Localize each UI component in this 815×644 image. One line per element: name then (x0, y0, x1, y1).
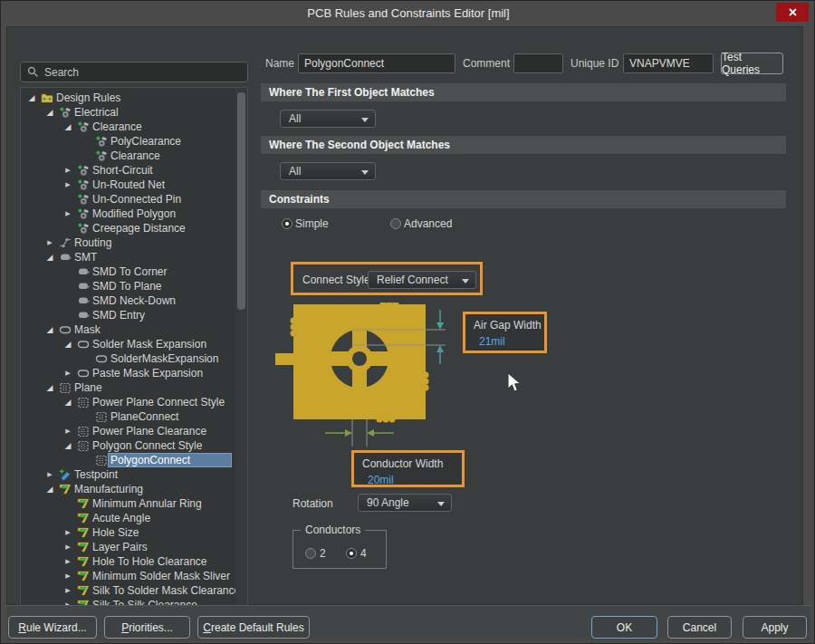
tree-item-label: Mask (74, 322, 101, 337)
tree-item[interactable]: ◢Plane (21, 380, 248, 395)
collapse-icon[interactable]: ◢ (44, 482, 55, 496)
tree-item[interactable]: Clearance (21, 149, 248, 163)
tree-item[interactable]: ◢Electrical (21, 105, 248, 120)
dialog-content: Search ◢Design Rules◢Electrical◢Clearanc… (6, 26, 803, 605)
expand-icon[interactable]: ▶ (62, 554, 73, 569)
comment-field[interactable] (513, 53, 563, 73)
expand-icon[interactable]: ▶ (62, 207, 73, 221)
expand-icon[interactable]: ▶ (62, 569, 73, 583)
relief-connect-preview (272, 303, 453, 453)
conductor-width-label: Conductor Width (362, 457, 443, 470)
chevron-down-icon (361, 170, 369, 175)
tree-item-label: Routing (74, 235, 111, 250)
rule-wizard-button[interactable]: Rule Wizard... (8, 616, 97, 639)
connect-style-select[interactable]: Relief Connect (368, 271, 476, 289)
create-default-rules-button[interactable]: Create Default Rules (197, 616, 310, 639)
unique-id-field[interactable]: VNAPVMVE (623, 53, 714, 73)
ok-button[interactable]: OK (591, 616, 657, 639)
mask-icon (77, 367, 90, 380)
tree-item[interactable]: SolderMaskExpansion (21, 351, 248, 366)
close-button[interactable] (776, 3, 809, 22)
tree-item[interactable]: ◢SMT (21, 250, 248, 264)
collapse-icon[interactable]: ◢ (26, 91, 37, 105)
tree-item[interactable]: Minimum Annular Ring (21, 496, 248, 511)
tree-item-label: Clearance (110, 149, 160, 163)
air-gap-width-value[interactable]: 21mil (479, 335, 505, 348)
tree-item[interactable]: Un-Connected Pin (21, 192, 248, 207)
collapse-icon[interactable]: ◢ (62, 337, 73, 351)
tree-item[interactable]: ▶Routing (21, 235, 248, 250)
footer-bar: Rule Wizard... Priorities... Create Defa… (6, 605, 810, 640)
tree-item[interactable]: ▶Paste Mask Expansion (21, 366, 248, 380)
chevron-down-icon (361, 118, 369, 122)
second-object-match-select[interactable]: All (280, 162, 376, 180)
pcb-rules-dialog: PCB Rules and Constraints Editor [mil] S… (0, 0, 815, 644)
tree-item[interactable]: SMD Entry (21, 308, 248, 322)
simple-radio[interactable] (282, 218, 292, 229)
tree-item[interactable]: SMD To Corner (21, 264, 248, 279)
simple-radio-label: Simple (295, 217, 329, 230)
advanced-radio[interactable] (390, 218, 401, 229)
tree-item[interactable]: ▶Hole Size (21, 525, 248, 540)
tree-item[interactable]: PolygonConnect (21, 453, 248, 467)
tree-item[interactable]: ▶Hole To Hole Clearance (21, 554, 248, 569)
collapse-icon[interactable]: ◢ (62, 120, 73, 134)
tree-item-label: Acute Angle (92, 511, 150, 525)
tree-scrollbar-thumb[interactable] (237, 92, 245, 310)
expand-icon[interactable]: ▶ (62, 178, 73, 192)
air-gap-width-callout: Air Gap Width 21mil (463, 312, 547, 353)
expand-icon[interactable]: ▶ (62, 583, 73, 598)
expand-icon[interactable]: ▶ (62, 366, 73, 380)
tree-item[interactable]: ◢Polygon Connect Style (21, 438, 248, 453)
expand-icon[interactable]: ▶ (62, 163, 73, 178)
expand-icon[interactable]: ▶ (44, 467, 55, 482)
collapse-icon[interactable]: ◢ (62, 395, 73, 409)
smt-icon (77, 265, 90, 278)
apply-button[interactable]: Apply (743, 616, 807, 639)
expand-icon[interactable]: ▶ (62, 424, 73, 438)
collapse-icon[interactable]: ◢ (62, 438, 73, 453)
rotation-select[interactable]: 90 Angle (358, 494, 452, 512)
conductor-width-value[interactable]: 20mil (368, 474, 394, 486)
conductors-4-radio[interactable] (346, 548, 357, 559)
tree-item[interactable]: ▶Short-Circuit (21, 163, 248, 178)
title-bar[interactable]: PCB Rules and Constraints Editor [mil] (1, 1, 815, 26)
first-object-match-select[interactable]: All (280, 110, 376, 128)
tree-item[interactable]: ▶Testpoint (21, 467, 248, 482)
tree-item[interactable]: SMD Neck-Down (21, 293, 248, 308)
tree-item[interactable]: PolyClearance (21, 134, 248, 149)
tree-scrollbar-track[interactable]: ▼ (235, 89, 247, 625)
tree-item[interactable]: PlaneConnect (21, 409, 248, 424)
tree-item[interactable]: ◢Mask (21, 322, 248, 337)
manufacturing-icon (77, 570, 90, 582)
tree-item[interactable]: ◢Design Rules (21, 91, 248, 105)
tree-item[interactable]: ◢Clearance (21, 120, 248, 134)
tree-item[interactable]: ◢Power Plane Connect Style (21, 395, 248, 409)
conductors-2-radio[interactable] (305, 548, 316, 559)
tree-item[interactable]: ▶Modified Polygon (21, 207, 248, 221)
name-field[interactable]: PolygonConnect (298, 53, 455, 73)
collapse-icon[interactable]: ◢ (44, 105, 55, 120)
tree-item[interactable]: ▶Un-Routed Net (21, 178, 248, 192)
search-input[interactable]: Search (20, 62, 248, 82)
tree-item[interactable]: ▶Layer Pairs (21, 540, 248, 554)
priorities-button[interactable]: Priorities... (104, 616, 190, 639)
tree-item[interactable]: ▶Silk To Solder Mask Clearance (21, 583, 248, 598)
tree-item[interactable]: ▶Power Plane Clearance (21, 424, 248, 438)
tree-item[interactable]: Acute Angle (21, 511, 248, 525)
tree-item[interactable]: Creepage Distance (21, 221, 248, 235)
expand-icon[interactable]: ▶ (44, 235, 55, 250)
collapse-icon[interactable]: ◢ (44, 322, 55, 337)
cancel-button[interactable]: Cancel (667, 616, 732, 639)
tree-item[interactable]: ▶Minimum Solder Mask Sliver (21, 569, 248, 583)
tree-item[interactable]: ◢Solder Mask Expansion (21, 337, 248, 351)
rotation-label: Rotation (292, 497, 333, 510)
expand-icon[interactable]: ▶ (62, 525, 73, 540)
collapse-icon[interactable]: ◢ (44, 250, 55, 264)
test-queries-button[interactable]: Test Queries (721, 53, 783, 74)
tree-item[interactable]: ◢Manufacturing (21, 482, 248, 496)
collapse-icon[interactable]: ◢ (44, 380, 55, 395)
tree-item[interactable]: SMD To Plane (21, 279, 248, 293)
expand-icon[interactable]: ▶ (62, 540, 73, 554)
smt-icon (77, 309, 90, 322)
